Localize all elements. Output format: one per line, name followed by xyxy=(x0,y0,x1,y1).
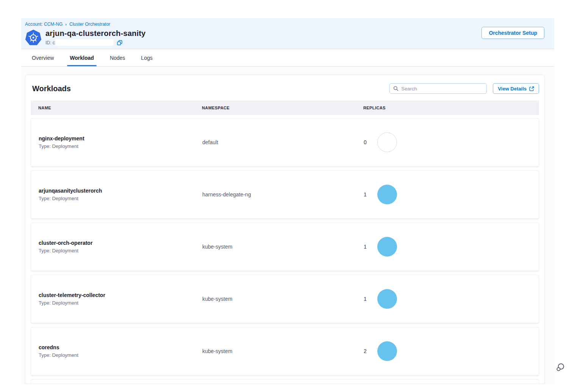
table-row[interactable]: nginx-deployment Type: Deployment defaul… xyxy=(31,118,539,166)
workload-namespace: default xyxy=(202,139,364,145)
replica-indicator xyxy=(377,237,397,257)
column-header-replicas: REPLICAS xyxy=(363,106,539,110)
replica-indicator xyxy=(377,341,397,361)
external-link-icon xyxy=(529,86,534,91)
page-header: Account: CCM-NG › Cluster Orchestrator xyxy=(21,18,554,49)
workloads-heading: Workloads xyxy=(32,84,71,93)
replica-count: 1 xyxy=(364,191,367,198)
workloads-card: Workloads View Details xyxy=(25,75,545,384)
tab-overview[interactable]: Overview xyxy=(32,49,54,66)
tab-nodes[interactable]: Nodes xyxy=(110,49,125,66)
tab-logs[interactable]: Logs xyxy=(141,49,152,66)
search-input[interactable] xyxy=(401,86,483,92)
workload-name: arjunqasanityclusterorch xyxy=(39,188,202,194)
replica-indicator xyxy=(377,132,397,152)
replica-count: 0 xyxy=(364,139,367,145)
workload-namespace: harness-delegate-ng xyxy=(202,191,364,198)
orchestrator-setup-button[interactable]: Orchestrator Setup xyxy=(481,27,544,39)
tab-bar: Overview Workload Nodes Logs xyxy=(21,49,554,67)
tab-workload[interactable]: Workload xyxy=(70,49,94,66)
cluster-orchestrator-page: Account: CCM-NG › Cluster Orchestrator xyxy=(21,18,554,384)
replica-count: 1 xyxy=(364,296,367,302)
search-icon xyxy=(393,86,399,91)
workload-name: cluster-orch-operator xyxy=(39,240,202,246)
table-header-row: NAME NAMESPACE REPLICAS xyxy=(31,101,539,115)
breadcrumb-chevron-icon: › xyxy=(65,22,67,26)
table-row-partial[interactable] xyxy=(31,379,539,384)
replica-indicator xyxy=(377,289,397,309)
search-box xyxy=(389,83,487,94)
cluster-id-redacted xyxy=(56,39,113,46)
cluster-id-label: ID: c xyxy=(45,40,55,45)
view-details-button[interactable]: View Details xyxy=(493,83,539,94)
workload-content: Workloads View Details xyxy=(21,67,554,384)
workload-type: Type: Deployment xyxy=(39,300,202,306)
breadcrumb: Account: CCM-NG › Cluster Orchestrator xyxy=(25,22,544,27)
column-header-name: NAME xyxy=(38,106,202,110)
breadcrumb-page-link[interactable]: Cluster Orchestrator xyxy=(69,22,110,27)
workload-type: Type: Deployment xyxy=(39,196,202,201)
workload-name: cluster-telemetry-collector xyxy=(39,292,202,298)
workload-namespace: kube-system xyxy=(202,296,364,302)
workload-type: Type: Deployment xyxy=(39,143,202,149)
workload-type: Type: Deployment xyxy=(39,352,202,358)
column-header-namespace: NAMESPACE xyxy=(202,106,363,110)
view-details-label: View Details xyxy=(498,86,527,92)
table-row[interactable]: cluster-telemetry-collector Type: Deploy… xyxy=(31,275,539,323)
workload-name: coredns xyxy=(39,344,202,350)
workload-namespace: kube-system xyxy=(202,348,364,354)
workload-type: Type: Deployment xyxy=(39,248,202,254)
copy-id-icon[interactable] xyxy=(117,40,122,45)
kubernetes-icon xyxy=(25,30,42,46)
page-title: arjun-qa-clusterorch-sanity xyxy=(45,29,145,38)
workload-namespace: kube-system xyxy=(202,244,364,250)
breadcrumb-account-link[interactable]: Account: CCM-NG xyxy=(25,22,63,27)
workload-rows: nginx-deployment Type: Deployment defaul… xyxy=(31,118,539,375)
replica-indicator xyxy=(377,185,397,204)
replica-count: 1 xyxy=(364,244,367,250)
replica-count: 2 xyxy=(364,348,367,354)
workload-name: nginx-deployment xyxy=(39,135,202,142)
chat-help-icon[interactable] xyxy=(555,362,566,373)
table-row[interactable]: arjunqasanityclusterorch Type: Deploymen… xyxy=(31,170,539,219)
table-row[interactable]: coredns Type: Deployment kube-system 2 xyxy=(31,327,539,375)
table-row[interactable]: cluster-orch-operator Type: Deployment k… xyxy=(31,222,539,271)
